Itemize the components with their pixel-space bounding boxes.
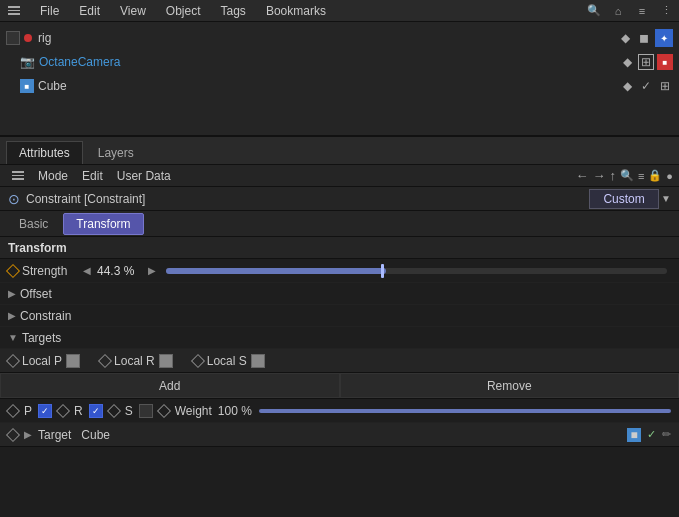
weight-diamond bbox=[157, 403, 171, 417]
target-row: ▶ Target Cube ■ ✓ ✏ bbox=[0, 423, 679, 447]
r-diamond bbox=[56, 403, 70, 417]
attr-menu-mode[interactable]: Mode bbox=[32, 167, 74, 185]
constraint-title: Constraint [Constraint] bbox=[26, 192, 145, 206]
local-p-color-box[interactable] bbox=[66, 354, 80, 368]
cam-icon-1[interactable]: ◆ bbox=[619, 54, 635, 70]
hamburger-menu[interactable] bbox=[4, 4, 24, 17]
attr-nav-icons: ← → ↑ 🔍 ≡ 🔒 ● bbox=[575, 168, 673, 183]
rig-icon-2[interactable]: ◼ bbox=[636, 30, 652, 46]
remove-button[interactable]: Remove bbox=[340, 373, 680, 398]
r-checkbox[interactable]: ✓ bbox=[89, 404, 103, 418]
nav-up-icon[interactable]: ↑ bbox=[609, 168, 616, 183]
add-remove-row: Add Remove bbox=[0, 373, 679, 399]
local-p-item[interactable]: Local P bbox=[8, 354, 80, 368]
weight-label: Weight bbox=[175, 404, 212, 418]
target-diamond bbox=[6, 427, 20, 441]
menu-object[interactable]: Object bbox=[162, 2, 205, 20]
constraint-icon: ⊙ bbox=[8, 191, 20, 207]
menu-bar: File Edit View Object Tags Bookmarks 🔍 ⌂… bbox=[0, 0, 679, 22]
transform-section-label: Transform bbox=[8, 241, 67, 255]
targets-label: Targets bbox=[22, 331, 61, 345]
custom-dropdown[interactable]: Custom ▼ bbox=[589, 189, 671, 209]
cube-icon-3[interactable]: ⊞ bbox=[657, 78, 673, 94]
constraint-header: ⊙ Constraint [Constraint] Custom ▼ bbox=[0, 187, 679, 211]
nav-dot-icon[interactable]: ● bbox=[666, 170, 673, 182]
offset-label: Offset bbox=[20, 287, 52, 301]
strength-slider-thumb[interactable] bbox=[381, 264, 384, 278]
visibility-checkbox-rig[interactable] bbox=[6, 31, 20, 45]
cube-icons: ◆ ✓ ⊞ bbox=[619, 78, 673, 94]
tab-attributes[interactable]: Attributes bbox=[6, 141, 83, 164]
constrain-label: Constrain bbox=[20, 309, 71, 323]
nav-search-icon[interactable]: 🔍 bbox=[620, 169, 634, 182]
strength-decrement[interactable]: ◀ bbox=[81, 265, 93, 276]
custom-label[interactable]: Custom bbox=[589, 189, 659, 209]
camera-icons: ◆ ⊞ ■ bbox=[619, 54, 673, 70]
local-r-color-box[interactable] bbox=[159, 354, 173, 368]
attr-menu-userdata[interactable]: User Data bbox=[111, 167, 177, 185]
nav-filter-icon[interactable]: ≡ bbox=[638, 170, 644, 182]
target-cube-icon: ■ bbox=[627, 428, 641, 442]
local-s-item[interactable]: Local S bbox=[193, 354, 265, 368]
offset-row[interactable]: ▶ Offset bbox=[0, 283, 679, 305]
cam-tag-icon[interactable]: ■ bbox=[657, 54, 673, 70]
strength-label: Strength bbox=[22, 264, 77, 278]
scene-object-rig[interactable]: rig ◆ ◼ ✦ bbox=[0, 26, 679, 50]
local-p-label: Local P bbox=[22, 354, 62, 368]
weight-bar[interactable] bbox=[259, 409, 671, 413]
s-checkbox[interactable] bbox=[139, 404, 153, 418]
menu-view[interactable]: View bbox=[116, 2, 150, 20]
scene-object-cube[interactable]: ■ Cube ◆ ✓ ⊞ bbox=[0, 74, 679, 98]
local-prs-row: Local P Local R Local S bbox=[0, 349, 679, 373]
filter-icon[interactable]: ≡ bbox=[633, 2, 651, 20]
target-check-icon[interactable]: ✓ bbox=[647, 428, 656, 441]
attr-menu-bar: Mode Edit User Data ← → ↑ 🔍 ≡ 🔒 ● bbox=[0, 165, 679, 187]
attr-menu-edit[interactable]: Edit bbox=[76, 167, 109, 185]
strength-increment[interactable]: ▶ bbox=[146, 265, 158, 276]
nav-lock-icon[interactable]: 🔒 bbox=[648, 169, 662, 182]
target-edit-icon[interactable]: ✏ bbox=[662, 428, 671, 441]
scene-object-camera[interactable]: 📷 OctaneCamera ◆ ⊞ ■ bbox=[0, 50, 679, 74]
targets-header[interactable]: ▼ Targets bbox=[0, 327, 679, 349]
target-label: Target bbox=[38, 428, 71, 442]
rig-icon-1[interactable]: ◆ bbox=[617, 30, 633, 46]
constrain-collapse-arrow: ▶ bbox=[8, 310, 16, 321]
local-r-diamond bbox=[98, 353, 112, 367]
search-icon[interactable]: 🔍 bbox=[585, 2, 603, 20]
constrain-row[interactable]: ▶ Constrain bbox=[0, 305, 679, 327]
strength-value[interactable]: 44.3 % bbox=[97, 264, 142, 278]
dropdown-arrow-icon[interactable]: ▼ bbox=[661, 193, 671, 204]
nav-back-icon[interactable]: ← bbox=[575, 168, 588, 183]
cube-icon-2[interactable]: ✓ bbox=[638, 78, 654, 94]
rig-icon-3[interactable]: ✦ bbox=[655, 29, 673, 47]
r-label: R bbox=[74, 404, 83, 418]
local-s-diamond bbox=[191, 353, 205, 367]
local-s-color-box[interactable] bbox=[251, 354, 265, 368]
target-value: Cube bbox=[81, 428, 110, 442]
home-icon[interactable]: ⌂ bbox=[609, 2, 627, 20]
target-expand-arrow[interactable]: ▶ bbox=[24, 429, 32, 440]
nav-forward-icon[interactable]: → bbox=[592, 168, 605, 183]
menu-tags[interactable]: Tags bbox=[217, 2, 250, 20]
hamburger-attr[interactable] bbox=[6, 169, 30, 182]
obj-name-cube: Cube bbox=[38, 79, 67, 93]
sub-tab-transform[interactable]: Transform bbox=[63, 213, 143, 235]
cube-icon-1[interactable]: ◆ bbox=[619, 78, 635, 94]
sub-tab-basic[interactable]: Basic bbox=[6, 213, 61, 235]
tab-layers[interactable]: Layers bbox=[85, 141, 147, 164]
local-r-item[interactable]: Local R bbox=[100, 354, 173, 368]
weight-value[interactable]: 100 % bbox=[218, 404, 253, 418]
more-icon[interactable]: ⋮ bbox=[657, 2, 675, 20]
menu-edit[interactable]: Edit bbox=[75, 2, 104, 20]
menu-file[interactable]: File bbox=[36, 2, 63, 20]
menu-bookmarks[interactable]: Bookmarks bbox=[262, 2, 330, 20]
offset-collapse-arrow: ▶ bbox=[8, 288, 16, 299]
p-checkbox[interactable]: ✓ bbox=[38, 404, 52, 418]
strength-keyframe-icon[interactable] bbox=[6, 263, 20, 277]
add-button[interactable]: Add bbox=[0, 373, 340, 398]
obj-name-rig: rig bbox=[38, 31, 51, 45]
strength-slider[interactable] bbox=[166, 268, 667, 274]
obj-name-camera: OctaneCamera bbox=[39, 55, 120, 69]
cam-icon-2[interactable]: ⊞ bbox=[638, 54, 654, 70]
transform-section-header: Transform bbox=[0, 237, 679, 259]
